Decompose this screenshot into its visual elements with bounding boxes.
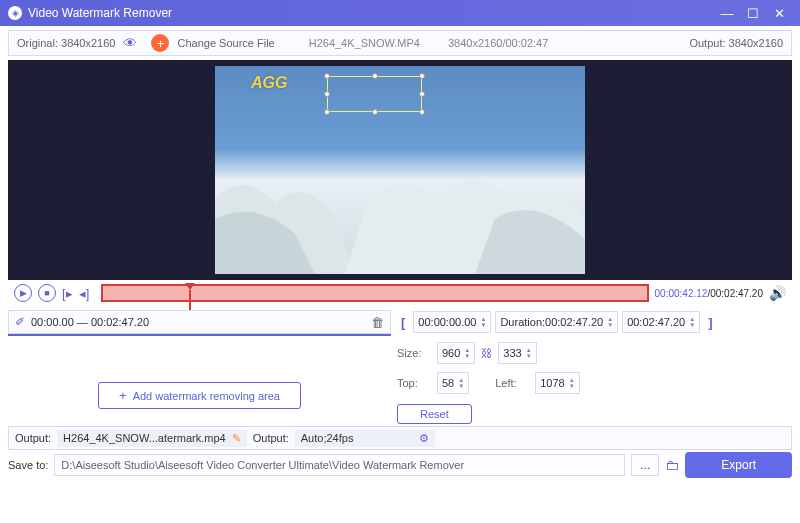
save-row: Save to: D:\Aiseesoft Studio\Aiseesoft V… bbox=[8, 452, 792, 478]
save-path-input[interactable]: D:\Aiseesoft Studio\Aiseesoft Video Conv… bbox=[54, 454, 625, 476]
bracket-end-button[interactable]: ] bbox=[704, 315, 716, 330]
plus-icon: + bbox=[119, 388, 127, 403]
duration-input[interactable]: Duration:00:02:47.20▲▼ bbox=[495, 311, 618, 333]
save-to-label: Save to: bbox=[8, 459, 48, 471]
selection-box[interactable] bbox=[327, 76, 422, 112]
minimize-button[interactable]: — bbox=[714, 6, 740, 21]
output-resolution: Output: 3840x2160 bbox=[689, 37, 783, 49]
settings-icon[interactable]: ⚙ bbox=[419, 432, 429, 445]
info-bar: Original: 3840x2160 👁 + Change Source Fi… bbox=[8, 30, 792, 56]
playback-controls: ▶ ■ [▸ ◂] 00:00:42.12/00:02:47.20 🔊 bbox=[8, 280, 792, 306]
preview-area: AGG ▶ ■ [▸ ◂] 00 bbox=[8, 60, 792, 306]
timeline-slider[interactable] bbox=[101, 284, 648, 302]
set-end-button[interactable]: ◂] bbox=[79, 286, 90, 301]
width-input[interactable]: 960▲▼ bbox=[437, 342, 475, 364]
time-display: 00:00:42.12/00:02:47.20 bbox=[655, 288, 763, 299]
top-input[interactable]: 58▲▼ bbox=[437, 372, 469, 394]
output-format-box[interactable]: Auto;24fps ⚙ bbox=[295, 430, 435, 447]
titlebar: ◈ Video Watermark Remover — ☐ ✕ bbox=[0, 0, 800, 26]
area-range-bar: ✐ 00:00.00 — 00:02:47.20 🗑 bbox=[8, 310, 391, 334]
add-area-button[interactable]: + Add watermark removing area bbox=[98, 382, 301, 409]
output-label-2: Output: bbox=[253, 432, 289, 444]
browse-button[interactable]: … bbox=[631, 454, 659, 476]
close-button[interactable]: ✕ bbox=[766, 6, 792, 21]
stop-button[interactable]: ■ bbox=[38, 284, 56, 302]
change-source-link[interactable]: Change Source File bbox=[177, 37, 274, 49]
original-resolution: Original: 3840x2160 bbox=[17, 37, 115, 49]
open-folder-icon[interactable]: 🗀 bbox=[665, 457, 679, 473]
app-title: Video Watermark Remover bbox=[28, 6, 714, 20]
end-time-input[interactable]: 00:02:47.20▲▼ bbox=[622, 311, 700, 333]
height-input[interactable]: 333▲▼ bbox=[498, 342, 536, 364]
set-start-button[interactable]: [▸ bbox=[62, 286, 73, 301]
reset-button[interactable]: Reset bbox=[397, 404, 472, 424]
left-input[interactable]: 1078▲▼ bbox=[535, 372, 579, 394]
start-time-input[interactable]: 00:00:00.00▲▼ bbox=[413, 311, 491, 333]
output-row: Output: H264_4K_SNOW...atermark.mp4 ✎ Ou… bbox=[8, 426, 792, 450]
eraser-icon: ✐ bbox=[15, 315, 25, 329]
source-resolution-time: 3840x2160/00:02:47 bbox=[448, 37, 548, 49]
edit-filename-icon[interactable]: ✎ bbox=[232, 432, 241, 445]
playhead-marker[interactable] bbox=[185, 283, 195, 290]
output-filename-box: H264_4K_SNOW...atermark.mp4 ✎ bbox=[57, 430, 247, 447]
export-button[interactable]: Export bbox=[685, 452, 792, 478]
preview-toggle-icon[interactable]: 👁 bbox=[123, 35, 137, 51]
watermark-logo: AGG bbox=[251, 74, 287, 92]
size-label: Size: bbox=[397, 347, 431, 359]
video-preview[interactable]: AGG bbox=[8, 60, 792, 280]
bracket-start-button[interactable]: [ bbox=[397, 315, 409, 330]
aspect-lock-icon[interactable]: ⛓ bbox=[481, 347, 492, 359]
area-time-range: 00:00.00 — 00:02:47.20 bbox=[31, 316, 149, 328]
output-label-1: Output: bbox=[15, 432, 51, 444]
delete-area-button[interactable]: 🗑 bbox=[371, 315, 384, 330]
trim-row: [ 00:00:00.00▲▼ Duration:00:02:47.20▲▼ 0… bbox=[397, 310, 792, 334]
snow-trees-graphic bbox=[215, 149, 585, 274]
volume-icon[interactable]: 🔊 bbox=[769, 285, 786, 301]
add-source-button[interactable]: + bbox=[151, 34, 169, 52]
play-button[interactable]: ▶ bbox=[14, 284, 32, 302]
source-filename: H264_4K_SNOW.MP4 bbox=[309, 37, 420, 49]
top-label: Top: bbox=[397, 377, 431, 389]
maximize-button[interactable]: ☐ bbox=[740, 6, 766, 21]
left-label: Left: bbox=[495, 377, 529, 389]
app-logo-icon: ◈ bbox=[8, 6, 22, 20]
